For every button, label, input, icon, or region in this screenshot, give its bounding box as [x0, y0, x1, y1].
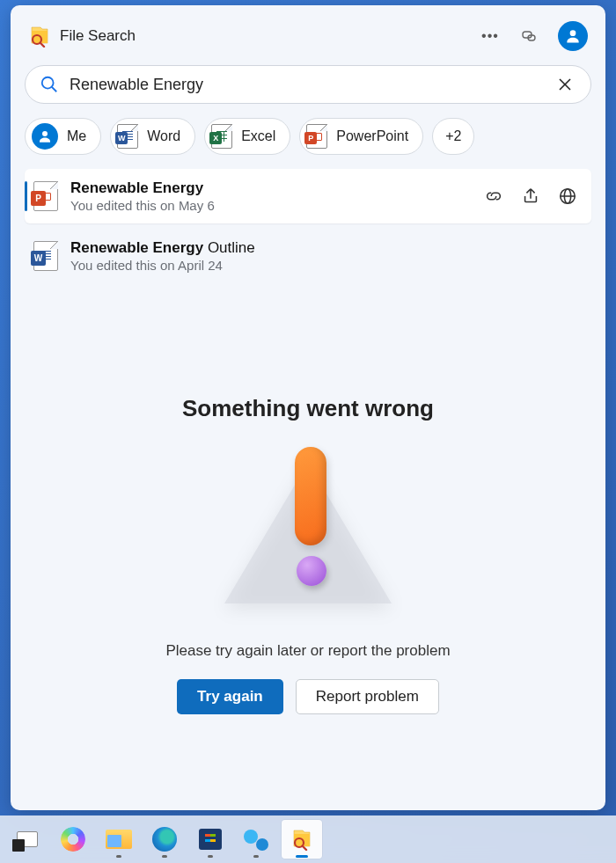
taskbar-store[interactable]	[190, 820, 231, 859]
widgets-icon	[17, 831, 38, 847]
svg-point-4	[570, 30, 576, 36]
result-actions	[484, 186, 577, 206]
error-subtitle: Please try again later or report the pro…	[165, 642, 450, 660]
excel-icon: X	[211, 124, 232, 149]
edge-icon	[152, 827, 177, 852]
result-subtitle: You edited this on April 24	[70, 258, 577, 273]
filter-label: PowerPoint	[336, 128, 408, 144]
taskbar-widgets[interactable]	[7, 820, 48, 859]
user-avatar[interactable]	[558, 21, 588, 51]
taskbar	[0, 815, 616, 863]
svg-line-6	[52, 87, 57, 92]
people-icon	[244, 828, 268, 851]
open-web-button[interactable]	[558, 186, 577, 206]
store-icon	[199, 829, 222, 850]
result-title: Renewable Energy	[70, 179, 472, 197]
share-button[interactable]	[521, 186, 540, 206]
filter-chip-powerpoint[interactable]: P PowerPoint	[299, 118, 423, 155]
report-problem-button[interactable]: Report problem	[296, 679, 439, 714]
error-area: Something went wrong Please try again la…	[25, 283, 591, 791]
copy-link-button[interactable]	[484, 186, 503, 206]
result-item[interactable]: W Renewable Energy Outline You edited th…	[25, 229, 591, 283]
search-input[interactable]	[70, 76, 554, 94]
word-icon: W	[117, 124, 138, 149]
app-icon	[28, 25, 51, 48]
folder-icon	[106, 830, 132, 849]
search-bar[interactable]	[25, 65, 591, 104]
filter-chip-me[interactable]: Me	[25, 118, 101, 155]
more-button[interactable]: •••	[475, 21, 505, 51]
taskbar-people[interactable]	[236, 820, 276, 859]
filter-chip-excel[interactable]: X Excel	[204, 118, 290, 155]
word-file-icon: W	[33, 241, 58, 271]
taskbar-explorer[interactable]	[99, 820, 139, 859]
file-search-icon	[290, 828, 313, 851]
result-text: Renewable Energy Outline You edited this…	[70, 239, 577, 273]
taskbar-copilot[interactable]	[53, 820, 93, 859]
result-text: Renewable Energy You edited this on May …	[70, 179, 472, 213]
taskbar-file-search[interactable]	[282, 820, 322, 859]
error-button-row: Try again Report problem	[177, 679, 439, 714]
filter-label: Excel	[241, 128, 275, 144]
search-icon	[40, 75, 59, 94]
clear-search-button[interactable]	[554, 73, 576, 96]
filter-row: Me W Word X Excel P PowerPoint +2	[25, 116, 591, 169]
result-title: Renewable Energy Outline	[70, 239, 577, 257]
filter-label: +2	[445, 128, 461, 144]
error-graphic	[224, 447, 392, 623]
titlebar: File Search •••	[25, 18, 591, 63]
copilot-icon	[61, 827, 85, 852]
svg-point-9	[42, 131, 48, 136]
feedback-button[interactable]	[514, 21, 544, 51]
try-again-button[interactable]: Try again	[177, 679, 283, 714]
app-title: File Search	[60, 27, 136, 45]
filter-chip-more[interactable]: +2	[432, 118, 474, 155]
person-icon	[32, 123, 58, 150]
result-subtitle: You edited this on May 6	[70, 198, 472, 213]
result-item[interactable]: P Renewable Energy You edited this on Ma…	[25, 169, 591, 223]
powerpoint-file-icon: P	[33, 181, 58, 211]
file-search-window: File Search •••	[11, 5, 605, 810]
filter-chip-word[interactable]: W Word	[110, 118, 195, 155]
error-title: Something went wrong	[182, 395, 434, 422]
taskbar-edge[interactable]	[144, 820, 185, 859]
results-list: P Renewable Energy You edited this on Ma…	[25, 169, 591, 283]
powerpoint-icon: P	[306, 124, 327, 149]
svg-point-5	[42, 77, 54, 89]
filter-label: Word	[147, 128, 180, 144]
filter-label: Me	[67, 128, 86, 144]
